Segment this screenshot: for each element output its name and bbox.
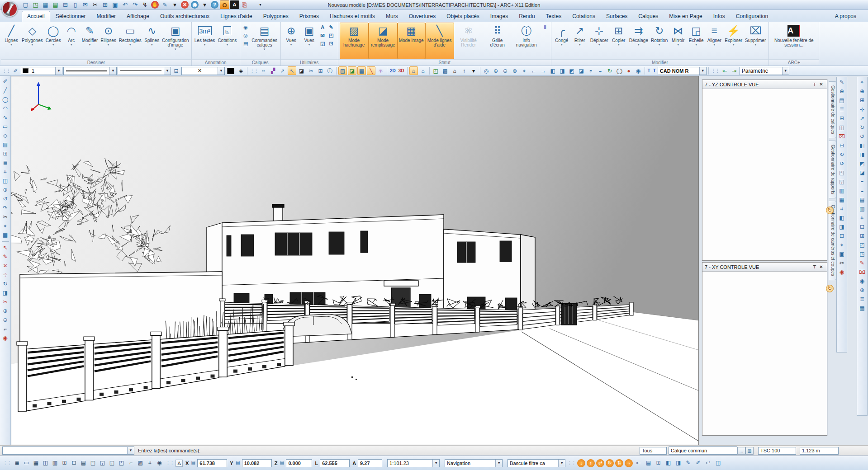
ribbon-button-modifier-dessin[interactable]: ✎Modifier▾ <box>81 23 100 59</box>
copy-icon[interactable]: ⊞ <box>100 0 110 9</box>
ribbon-button-grille-ecran[interactable]: ⠿Grille d'écran <box>483 23 512 59</box>
status-snap-icon[interactable]: ⌗ <box>146 459 154 467</box>
grid-snap-icon[interactable]: ⌗ <box>837 205 846 213</box>
hatch-combo[interactable]: ✕▼ <box>181 67 225 75</box>
fill-mode-icon[interactable]: ◪ <box>348 66 356 75</box>
view-iso-icon[interactable]: ◪ <box>577 66 586 75</box>
return-icon[interactable]: ↩ <box>704 459 712 467</box>
minus-box-icon[interactable]: ⊟ <box>858 223 867 231</box>
dual-view-icon[interactable]: ◫ <box>837 123 846 132</box>
ribbon-button-rotation[interactable]: ↻Rotation▾ <box>650 23 669 59</box>
dropdown-arrow-icon[interactable]: ▼ <box>218 67 224 75</box>
utilitaires-side-icon[interactable]: ✎ <box>327 24 335 31</box>
arc-icon[interactable]: ◠ <box>1 104 10 113</box>
render-visibility-icon[interactable]: ⚛ <box>376 66 385 75</box>
save-icon[interactable]: ▦ <box>41 0 50 9</box>
point-icon[interactable]: ◉ <box>1 334 10 343</box>
section-icon[interactable]: ✂ <box>837 259 846 268</box>
view-previous-icon[interactable]: ← <box>530 66 538 75</box>
utilitaires-side-icon[interactable]: ✉ <box>319 32 327 39</box>
grid-icon[interactable]: ⊞ <box>1 150 10 158</box>
dropdown-arrow-icon[interactable]: ▼ <box>699 67 706 75</box>
arcplus-app-icon[interactable]: A <box>230 0 239 9</box>
tab-cotations[interactable]: Cotations <box>567 11 601 22</box>
status-frame3-icon[interactable]: ◲ <box>108 459 116 467</box>
visibility-dropdown-icon[interactable]: ▾ <box>200 0 209 9</box>
add-node-icon[interactable]: ⊕ <box>1 307 10 315</box>
arrow-north-icon[interactable]: ↑ <box>460 66 469 75</box>
ribbon-button-deplacer[interactable]: ⊹Déplacer▾ <box>589 23 610 59</box>
tab-outils-architecturaux[interactable]: Outils architecturaux <box>155 11 215 22</box>
layers-icon[interactable]: ≣ <box>1 159 10 167</box>
qat-more-icon[interactable]: ▾ <box>256 0 265 9</box>
status-list-icon[interactable]: ≣ <box>13 459 21 467</box>
layer-list-icon[interactable]: ▤ <box>837 96 846 105</box>
calques-side-icon[interactable]: ◉ <box>242 24 250 31</box>
pause-icon[interactable]: ‖ <box>541 24 549 31</box>
model-3d-view[interactable] <box>11 76 699 445</box>
linestyle-apply-icon[interactable]: ⊟ <box>172 66 180 75</box>
dropdown-arrow-icon[interactable]: ▼ <box>55 67 62 75</box>
hash-icon[interactable]: ⌗ <box>858 214 867 222</box>
tab-accueil[interactable]: Accueil <box>22 11 50 22</box>
pen2-icon[interactable]: ✎ <box>858 259 867 268</box>
rotate-ccw-icon[interactable]: ↺ <box>837 160 846 168</box>
tab-ouvertures[interactable]: Ouvertures <box>403 11 441 22</box>
delete-node-icon[interactable]: ✕ <box>1 262 10 270</box>
ribbon-button-lignes[interactable]: ╱Lignes▾ <box>2 23 20 59</box>
refresh-view-icon[interactable]: ↻ <box>606 66 614 75</box>
rotate-cw-icon[interactable]: ↻ <box>837 150 846 159</box>
layer-combo[interactable]: 1▼ <box>21 67 62 75</box>
zoom-window-icon[interactable]: ◎ <box>482 66 491 75</box>
ribbon-button-arc[interactable]: ◠Arc▾ <box>62 23 81 59</box>
status-angle-icon[interactable]: ⌐ <box>127 459 135 467</box>
cube-front-icon[interactable]: ◓ <box>858 178 867 186</box>
tab-rendu[interactable]: Rendu <box>513 11 540 22</box>
objects-store-icon[interactable]: O <box>220 0 229 9</box>
lineweight-combo[interactable]: ▼ <box>118 67 171 75</box>
browse-button[interactable]: ... <box>737 447 745 455</box>
x-lock-icon[interactable]: ▤ <box>190 460 196 466</box>
zoom-extents-icon[interactable]: ⊛ <box>511 66 519 75</box>
undo-view-icon[interactable]: ↺ <box>1 195 10 203</box>
edit-pen-icon[interactable]: ✎ <box>1 253 10 261</box>
pattern-icon[interactable]: ▦ <box>1 231 10 240</box>
zoom2-icon[interactable]: ⊕ <box>858 87 867 96</box>
cube-top-icon[interactable]: ◩ <box>858 160 867 168</box>
print-view-icon[interactable]: ⊟ <box>837 141 846 150</box>
panel-xy-controle-vue[interactable]: 7 - XY CONTROLE VUE ⊤ ✕ <box>702 262 827 436</box>
status-rect-icon[interactable]: ▭ <box>22 459 31 467</box>
half-fill-icon[interactable]: ◨ <box>1 289 10 297</box>
toolbar-icon[interactable] <box>407 67 408 75</box>
tab-calques[interactable]: Calques <box>633 11 664 22</box>
ribbon-button-echelle[interactable]: ◲Echelle▾ <box>687 23 705 59</box>
ribbon-button-vues-zoom[interactable]: ⊕Vues▾ <box>282 23 300 59</box>
pen3-icon[interactable]: ✎ <box>684 459 693 467</box>
drawing-viewport[interactable] <box>11 76 699 445</box>
quick-run-icon[interactable]: ↯ <box>140 0 150 9</box>
remove-node-icon[interactable]: ⊖ <box>1 316 10 324</box>
utilitaires-side-icon[interactable]: ◲ <box>319 40 327 47</box>
corner-icon[interactable]: ⌐ <box>1 325 10 334</box>
y-coordinate-field[interactable]: 10.082 <box>242 459 272 467</box>
layers2-icon[interactable]: ▤ <box>858 196 867 204</box>
ribbon-button-decalage[interactable]: ⇉Décalage▾ <box>628 23 650 59</box>
delta-toggle[interactable]: ∆ <box>175 460 183 467</box>
ribbon-button-exploser[interactable]: ⚡Exploser▾ <box>723 23 744 59</box>
ribbon-button-rectangles[interactable]: ▭Rectangles▾ <box>118 23 143 59</box>
new-file-icon[interactable]: ▢ <box>21 0 30 9</box>
magic-wand-icon[interactable]: ✐ <box>11 66 20 75</box>
center-icon[interactable]: ⌖ <box>1 222 10 230</box>
ribbon-button-ellipses[interactable]: ⊙Ellipses▾ <box>99 23 117 59</box>
tab-mise-en-page[interactable]: Mise en Page <box>664 11 707 22</box>
layer-common-combo[interactable]: Calque commun <box>669 446 737 455</box>
house-dimensions-icon[interactable]: ⌂ <box>451 66 459 75</box>
ribbon-button-mirroir[interactable]: ⋈Mirroir▾ <box>669 23 687 59</box>
status-eye-icon[interactable]: ◉ <box>155 459 164 467</box>
target-icon[interactable]: ⌖ <box>837 241 846 249</box>
angle-field[interactable]: 9.27 <box>358 459 382 467</box>
status-frame4-icon[interactable]: ◳ <box>117 459 126 467</box>
stretch-icon[interactable]: ↗ <box>858 114 867 123</box>
ribbon-button-aligner[interactable]: ≡Aligner▾ <box>705 23 723 59</box>
go-icon[interactable]: → <box>625 459 633 467</box>
